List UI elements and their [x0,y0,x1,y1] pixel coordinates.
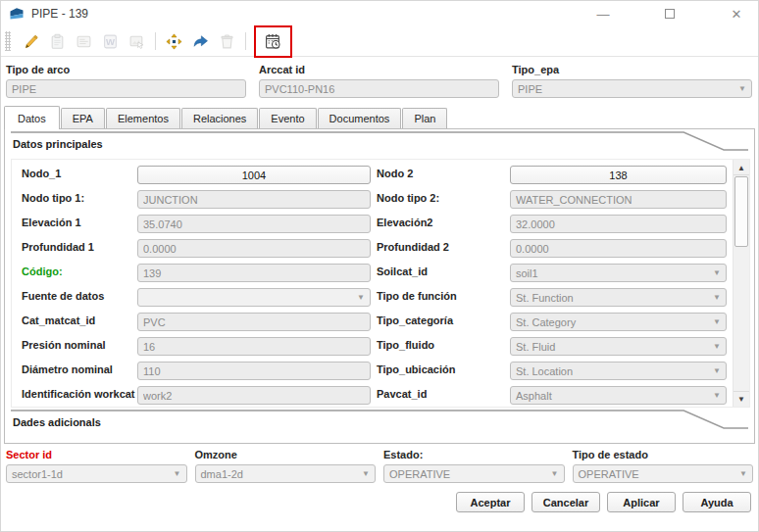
nodo-tipo-2-input[interactable] [510,190,727,209]
tab-relaciones[interactable]: Relaciones [181,108,258,128]
tipo-de-estado-select[interactable]: OPERATIVE ▼ [573,464,754,483]
scrollbar-thumb[interactable] [734,176,748,247]
chevron-down-icon: ▼ [738,85,746,93]
nodo-tipo-1-input[interactable] [137,190,371,209]
tipo-de-estado-label: Tipo de estado [573,449,754,460]
omzone-select[interactable]: dma1-2d ▼ [195,464,377,483]
form-grid: Nodo_1 1004 Nodo 2 138 Nodo tipo 1: Nodo… [12,160,731,407]
presion-nominal-label: Presión nominal [22,339,131,351]
paste-icon [46,29,69,54]
toolbar-separator [155,32,156,50]
omzone-label: Omzone [195,449,377,460]
nodo-2-button[interactable]: 138 [510,166,727,184]
arccat-id-label: Arccat id [259,64,499,75]
chevron-down-icon: ▼ [713,343,721,351]
workcat-calendar-clock-icon[interactable] [262,29,284,54]
soilcat-id-label: Soilcat_id [377,266,504,277]
elevacion-2-input[interactable] [510,215,727,233]
toolbar-separator [245,32,246,50]
cat-matcat-id-input[interactable] [137,313,371,331]
dialog-button-row: Aceptar Cancelar Aplicar Ayuda [1,483,758,512]
toolbar: W [1,26,758,57]
tab-elementos[interactable]: Elementos [106,108,180,128]
nodo-tipo-2-label: Nodo tipo 2: [377,192,504,204]
chevron-down-icon: ▼ [713,269,721,277]
nodo-2-label: Nodo 2 [377,168,504,179]
arc-type-label: Tipo de arco [6,64,246,75]
fuente-de-datos-label: Fuente de datos [22,290,131,302]
codigo-label: Código: [22,266,131,277]
aceptar-button[interactable]: Aceptar [456,492,525,512]
minimize-icon[interactable]: — [583,1,623,26]
dialog-window: PIPE - 139 — ✕ [0,0,759,532]
maximize-icon[interactable] [650,1,689,26]
arccat-id-input[interactable] [259,79,499,98]
identificacion-workcat-label: Identificación workcat [22,388,131,400]
svg-text:W: W [106,36,115,47]
scroll-down-icon[interactable]: ▼ [734,391,749,406]
tipo-ubicacion-label: Tipo_ubicación [377,363,504,375]
tipo-de-funcion-select[interactable]: St. Function ▼ [510,288,727,307]
profundidad-2-input[interactable] [510,239,727,258]
section-title: Datos principales [13,138,103,150]
word-document-icon: W [99,29,122,54]
sector-id-select[interactable]: sector1-1d ▼ [6,464,187,483]
diametro-nominal-label: Diámetro nominal [22,363,131,375]
nodo-1-button[interactable]: 1004 [137,166,371,184]
chevron-down-icon: ▼ [713,392,721,400]
tab-epa[interactable]: EPA [61,108,105,128]
tab-documentos[interactable]: Documentos [318,108,402,128]
move-node-icon[interactable] [163,29,185,54]
estado-label: Estado: [383,449,565,460]
nodo-tipo-1-label: Nodo tipo 1: [22,192,131,204]
tab-bar: Datos EPA Elementos Relaciones Evento Do… [1,103,758,128]
datos-tab-panel: Datos principales Nodo_1 1004 Nodo 2 138… [4,128,755,444]
chevron-down-icon: ▼ [362,470,370,478]
diametro-nominal-input[interactable] [137,362,371,380]
scroll-up-icon[interactable]: ▲ [734,161,749,175]
tipo-ubicacion-select[interactable]: St. Location ▼ [510,362,727,380]
delete-icon [216,29,238,54]
pavcat-id-label: Pavcat_id [377,388,504,400]
codigo-input[interactable] [137,264,371,282]
section-title: Dades adicionals [13,416,101,428]
chevron-down-icon: ▼ [713,294,721,302]
catalog-icon [73,29,95,54]
arc-type-input[interactable] [6,79,246,98]
chevron-down-icon: ▼ [713,318,721,326]
window-title: PIPE - 139 [31,7,88,21]
tipo-categoria-select[interactable]: St. Category ▼ [510,313,727,331]
estado-select[interactable]: OPERATIVE ▼ [383,464,565,483]
tipo-fluido-select[interactable]: St. Fluid ▼ [510,337,727,356]
ayuda-button[interactable]: Ayuda [683,492,751,512]
highlight-annotation-box [254,25,292,58]
tab-evento[interactable]: Evento [259,108,316,128]
chevron-down-icon: ▼ [357,294,365,302]
section-dades-adicionals[interactable]: Dades adicionals [5,408,754,436]
presion-nominal-input[interactable] [137,337,371,356]
tipo-de-funcion-label: Tipo de función [377,290,504,302]
section-datos-principales[interactable]: Datos principales [5,129,754,158]
elevacion-1-input[interactable] [137,215,371,233]
tab-plan[interactable]: Plan [402,108,447,128]
section-tab-line [5,410,754,431]
close-icon[interactable]: ✕ [717,1,756,26]
vertical-scrollbar[interactable]: ▲ ▼ [733,160,749,407]
cancelar-button[interactable]: Cancelar [531,492,600,512]
epa-type-label: Tipo_epa [512,64,752,75]
edit-pencil-icon[interactable] [20,29,42,54]
chevron-down-icon: ▼ [713,367,721,375]
toolbar-grip-handle[interactable] [5,31,11,51]
flow-direction-arrow-icon[interactable] [189,29,212,54]
app-logo-icon [9,6,25,22]
identificacion-workcat-input[interactable] [137,386,371,405]
profundidad-1-input[interactable] [137,239,371,258]
tab-datos[interactable]: Datos [4,106,60,129]
elevacion-2-label: Elevación2 [377,217,504,228]
pavcat-id-select[interactable]: Asphalt ▼ [510,386,727,405]
epa-type-select[interactable]: PIPE ▼ [512,79,752,98]
aplicar-button[interactable]: Aplicar [607,492,676,512]
soilcat-id-select[interactable]: soil1 ▼ [510,264,727,282]
fuente-de-datos-select[interactable]: ▼ [137,288,371,307]
form-scroll-area: Nodo_1 1004 Nodo 2 138 Nodo tipo 1: Nodo… [11,159,750,408]
